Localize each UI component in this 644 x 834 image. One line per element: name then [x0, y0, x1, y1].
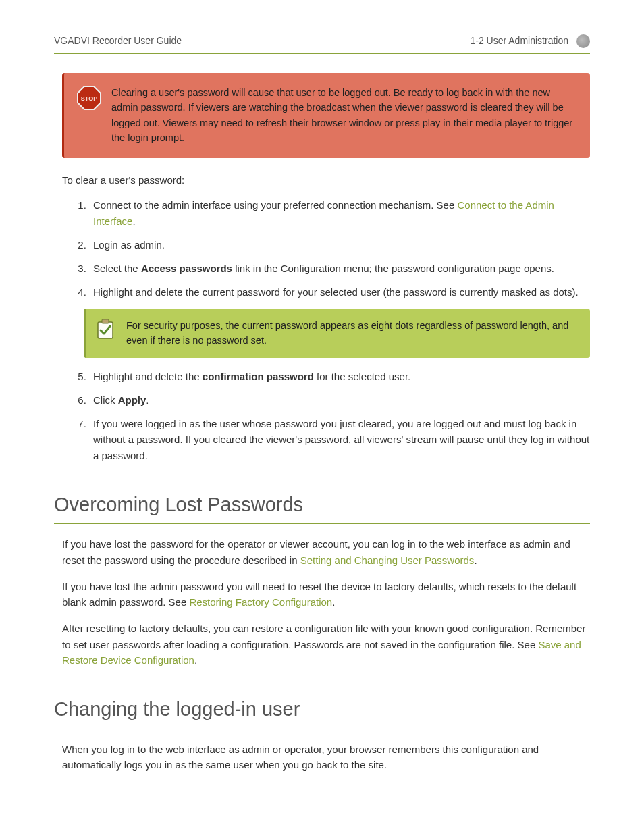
- steps-list: Connect to the admin interface using you…: [89, 197, 590, 463]
- stop-icon: STOP: [76, 85, 102, 111]
- header-section-title: 1-2 User Administration: [470, 34, 590, 48]
- step-2: Login as admin.: [89, 237, 590, 253]
- step-6-bold: Apply: [118, 394, 146, 406]
- step-5-text-c: for the selected user.: [314, 371, 410, 382]
- svg-text:STOP: STOP: [81, 95, 97, 102]
- step-5-text-a: Highlight and delete the: [93, 371, 203, 382]
- section1-p3-b: .: [194, 654, 197, 666]
- svg-rect-3: [102, 319, 109, 323]
- step-3-bold: Access passwords: [141, 263, 232, 274]
- step-3-text-c: link in the Configuration menu; the pass…: [232, 263, 554, 274]
- step-3-text-a: Select the: [93, 263, 141, 274]
- step-6-text-a: Click: [93, 394, 118, 406]
- section1-p1-b: .: [474, 554, 477, 566]
- step-5: Highlight and delete the confirmation pa…: [89, 369, 590, 384]
- section-overcoming-lost-passwords: Overcoming Lost Passwords: [54, 490, 590, 525]
- warning-callout: STOP Clearing a user's password will cau…: [62, 73, 590, 158]
- note-callout: For security purposes, the current passw…: [84, 309, 590, 358]
- step-4-text: Highlight and delete the current passwor…: [93, 286, 579, 298]
- step-6: Click Apply.: [89, 392, 590, 408]
- step-4: Highlight and delete the current passwor…: [89, 284, 590, 357]
- step-6-text-c: .: [146, 394, 149, 406]
- header-section-text: 1-2 User Administration: [470, 34, 568, 48]
- section1-p3: After resetting to factory defaults, you…: [62, 621, 590, 668]
- note-icon: [95, 318, 115, 341]
- section1-p1: If you have lost the password for the op…: [62, 536, 590, 568]
- intro-text: To clear a user's password:: [62, 173, 590, 188]
- section1-p2: If you have lost the admin password you …: [62, 579, 590, 610]
- brand-icon: [576, 34, 590, 48]
- step-7: If you were logged in as the user whose …: [89, 416, 590, 463]
- step-1: Connect to the admin interface using you…: [89, 197, 590, 229]
- section1-p3-a: After resetting to factory defaults, you…: [62, 623, 585, 650]
- header-guide-title: VGADVI Recorder User Guide: [54, 34, 182, 48]
- step-1-text-a: Connect to the admin interface using you…: [93, 199, 457, 211]
- section-changing-logged-in-user: Changing the logged-in user: [54, 695, 590, 729]
- section2-p1: When you log in to the web interface as …: [62, 741, 590, 773]
- link-setting-changing-passwords[interactable]: Setting and Changing User Passwords: [300, 554, 475, 566]
- link-restoring-factory-config[interactable]: Restoring Factory Configuration: [189, 596, 332, 608]
- note-text: For security purposes, the current passw…: [126, 318, 576, 348]
- step-1-text-b: .: [132, 215, 135, 227]
- page-header: VGADVI Recorder User Guide 1-2 User Admi…: [54, 34, 590, 54]
- step-3: Select the Access passwords link in the …: [89, 261, 590, 276]
- section1-p2-b: .: [332, 596, 335, 608]
- step-5-bold: confirmation password: [203, 371, 314, 382]
- warning-text: Clearing a user's password will cause th…: [111, 85, 575, 146]
